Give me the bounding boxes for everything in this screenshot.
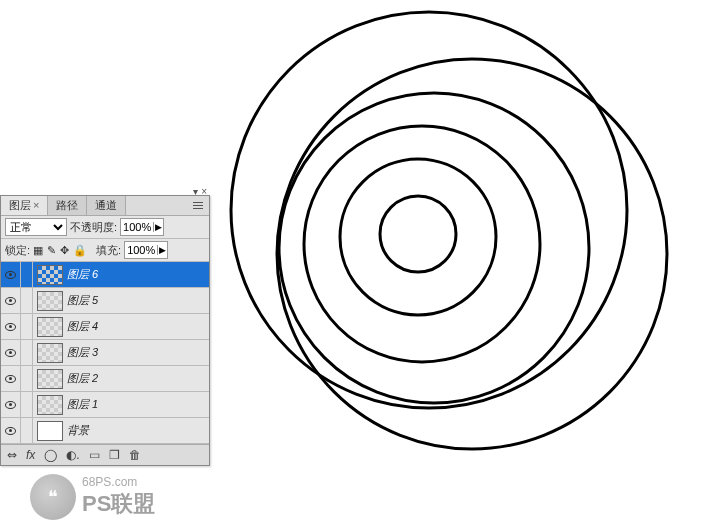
panel-menu-icon[interactable] [193,199,205,211]
tab-1[interactable]: 路径 [48,196,87,215]
link-col [21,366,33,391]
svg-point-0 [231,12,627,408]
layer-name: 背景 [67,423,89,438]
layer-thumbnail [37,317,63,337]
layer-row[interactable]: 图层 4 [1,314,209,340]
link-col [21,340,33,365]
layer-row[interactable]: 图层 6 [1,262,209,288]
lock-label: 锁定: [5,243,30,258]
layers-panel: ▾ × 图层×路径通道 正常 不透明度: ▶ 锁定: ▦ ✎ ✥ 🔒 填充: ▶… [0,195,210,466]
eye-icon [5,271,16,279]
adjustment-layer-icon[interactable]: ◐. [66,448,79,462]
layer-name: 图层 4 [67,319,98,334]
layer-name: 图层 3 [67,345,98,360]
link-col [21,392,33,417]
fill-label: 填充: [96,243,121,258]
layer-row[interactable]: 背景 [1,418,209,444]
tab-0[interactable]: 图层× [1,196,48,215]
eye-icon [5,375,16,383]
lock-icons: ▦ ✎ ✥ 🔒 [33,244,87,257]
opacity-arrow-icon[interactable]: ▶ [153,222,163,232]
layer-mask-icon[interactable]: ◯ [44,448,57,462]
new-layer-icon[interactable]: ❐ [109,448,120,462]
layer-name: 图层 5 [67,293,98,308]
layer-thumbnail [37,395,63,415]
lock-transparency-icon[interactable]: ▦ [33,244,43,257]
layer-name: 图层 6 [67,267,98,282]
lock-fill-row: 锁定: ▦ ✎ ✥ 🔒 填充: ▶ [1,239,209,262]
eye-icon [5,297,16,305]
link-col [21,262,33,287]
layer-style-icon[interactable]: fx [26,448,35,462]
tab-2[interactable]: 通道 [87,196,126,215]
lock-pixels-icon[interactable]: ✎ [47,244,56,257]
visibility-toggle[interactable] [1,262,21,287]
link-layers-icon[interactable]: ⇔ [7,448,17,462]
fill-arrow-icon[interactable]: ▶ [157,245,167,255]
opacity-field[interactable] [121,221,153,233]
layer-row[interactable]: 图层 3 [1,340,209,366]
lock-position-icon[interactable]: ✥ [60,244,69,257]
blend-opacity-row: 正常 不透明度: ▶ [1,216,209,239]
delete-layer-icon[interactable]: 🗑 [129,448,141,462]
lock-all-icon[interactable]: 🔒 [73,244,87,257]
layer-row[interactable]: 图层 2 [1,366,209,392]
layer-group-icon[interactable]: ▭ [89,448,100,462]
svg-point-4 [340,159,496,315]
eye-icon [5,401,16,409]
visibility-toggle[interactable] [1,366,21,391]
link-col [21,418,33,443]
eye-icon [5,323,16,331]
layer-row[interactable]: 图层 5 [1,288,209,314]
svg-point-1 [277,59,667,449]
layer-thumbnail [37,265,63,285]
eye-icon [5,349,16,357]
link-col [21,314,33,339]
layer-row[interactable]: 图层 1 [1,392,209,418]
visibility-toggle[interactable] [1,418,21,443]
link-col [21,288,33,313]
visibility-toggle[interactable] [1,392,21,417]
fill-field[interactable] [125,244,157,256]
visibility-toggle[interactable] [1,340,21,365]
layer-name: 图层 2 [67,371,98,386]
layer-list: 图层 6图层 5图层 4图层 3图层 2图层 1背景 [1,262,209,444]
layer-thumbnail [37,291,63,311]
layer-thumbnail [37,421,63,441]
layer-thumbnail [37,343,63,363]
layer-name: 图层 1 [67,397,98,412]
panel-footer: ⇔ fx ◯ ◐. ▭ ❐ 🗑 [1,444,209,465]
visibility-toggle[interactable] [1,314,21,339]
layer-thumbnail [37,369,63,389]
fill-input[interactable]: ▶ [124,241,168,259]
svg-point-5 [380,196,456,272]
opacity-input[interactable]: ▶ [120,218,164,236]
opacity-label: 不透明度: [70,220,117,235]
visibility-toggle[interactable] [1,288,21,313]
eye-icon [5,427,16,435]
panel-tabs: 图层×路径通道 [1,196,209,216]
svg-point-2 [279,93,589,403]
blend-mode-select[interactable]: 正常 [5,218,67,236]
